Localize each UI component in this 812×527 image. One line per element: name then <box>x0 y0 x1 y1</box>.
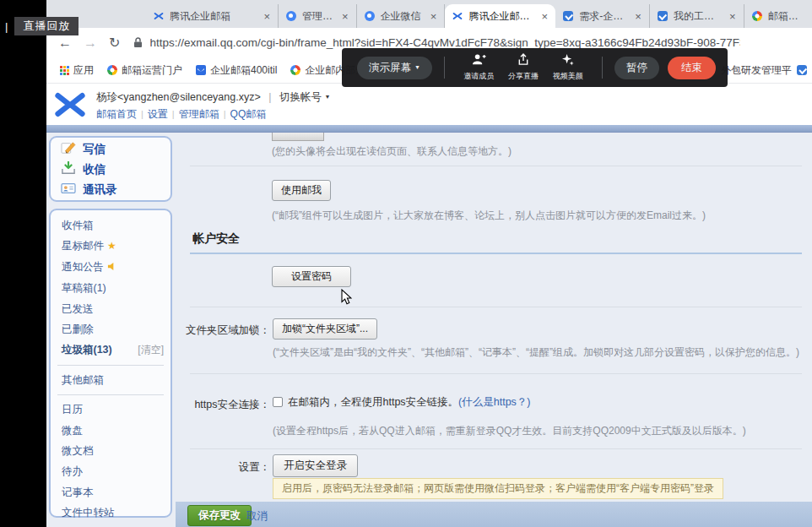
sidebar-item-file-transfer[interactable]: 文件中转站 <box>51 503 171 523</box>
end-button[interactable]: 结束 <box>668 57 716 79</box>
set-password-button[interactable]: 设置密码 <box>272 266 351 287</box>
wecom-icon <box>364 10 376 22</box>
section-divider <box>190 448 802 449</box>
sidebar-item-sent[interactable]: 已发送 <box>51 299 171 319</box>
sidebar-item-calendar[interactable]: 日历 <box>51 399 171 420</box>
tab-close-icon[interactable]: × <box>263 10 271 23</box>
reload-button[interactable]: ↻ <box>109 35 120 51</box>
url-text[interactable]: https://exmail.qq.com/cgi-bin/frame_html… <box>149 36 740 49</box>
header-divider-band <box>46 125 812 133</box>
live-replay-badge: | 直播回放 <box>5 17 78 35</box>
tab-exmail-1[interactable]: 腾讯企业邮箱 × <box>146 4 279 28</box>
compose-contacts[interactable]: 通讯录 <box>51 180 171 200</box>
separator: | <box>137 109 148 119</box>
tapd-icon <box>797 65 807 75</box>
link-settings[interactable]: 设置 <box>148 108 168 120</box>
tab-close-icon[interactable]: × <box>634 10 642 23</box>
separator: | <box>219 109 230 119</box>
https-note: (设置全程https后，若从QQ进入邮箱，需重新登录QQ才生效。目前支持QQ20… <box>273 424 746 438</box>
forward-button[interactable]: → <box>84 35 97 51</box>
bookmark-mail-portal[interactable]: 邮箱运营门户 <box>107 63 182 78</box>
section-divider <box>190 307 802 307</box>
section-title-account-security: 帐户安全 <box>192 231 240 247</box>
partial-avatar-button[interactable] <box>272 133 324 141</box>
compose-receive-mail[interactable]: 收信 <box>51 160 171 180</box>
tab-tapd-requirement[interactable]: 需求-企业邮箱-TA × <box>555 4 650 28</box>
lock-icon <box>133 37 143 48</box>
share-live-button[interactable]: 分享直播 <box>501 53 546 82</box>
tab-portal[interactable]: 邮箱运营门 <box>744 4 812 28</box>
enable-secure-login-button[interactable]: 开启安全登录 <box>273 454 358 477</box>
separator: | <box>168 109 179 119</box>
speaker-icon <box>107 262 116 274</box>
tab-admin-activation[interactable]: 管理员下发激活 × <box>279 4 357 28</box>
sidebar-divider <box>57 394 164 395</box>
tab-label: 管理员下发激活 <box>302 9 336 24</box>
wecom-icon <box>285 10 297 22</box>
bookmark-label: 外包研发管理平 <box>721 63 792 78</box>
tab-close-icon[interactable]: × <box>430 10 438 23</box>
compose-write-mail[interactable]: 写信 <box>51 139 171 160</box>
invite-members-button[interactable]: 邀请成员 <box>457 53 501 82</box>
sidebar-item-drafts[interactable]: 草稿箱(1) <box>51 278 171 298</box>
what-is-https-link[interactable]: (什么是https？) <box>458 396 530 408</box>
switch-account-link[interactable]: 切换帐号 <box>279 91 322 103</box>
save-changes-button[interactable]: 保存更改 <box>187 505 252 526</box>
invite-person-icon <box>472 53 486 69</box>
link-qq-mail[interactable]: QQ邮箱 <box>230 108 267 120</box>
sidebar-item-other-mailboxes[interactable]: 其他邮箱 <box>51 370 171 390</box>
sidebar-item-notes[interactable]: 记事本 <box>51 482 171 503</box>
tab-close-icon[interactable]: × <box>341 10 349 23</box>
screen-share-toolbar: 演示屏幕▼ 邀请成员 分享直播 视频美颜 暂停 结束 <box>342 48 728 87</box>
pause-button[interactable]: 暂停 <box>614 57 659 79</box>
apps-grid-icon <box>60 66 69 75</box>
sidebar-item-inbox[interactable]: 收件箱 <box>51 215 171 236</box>
tab-label: 腾讯企业邮箱 <box>170 9 257 24</box>
bookmark-label: 邮箱运营门户 <box>122 63 182 78</box>
tab-label: 需求-企业邮箱-TA <box>579 9 629 24</box>
avatar-note: (您的头像将会出现在读信页面、联系人信息等地方。) <box>272 144 512 159</box>
compose-label: 写信 <box>83 142 106 157</box>
bookmark-exmail-400[interactable]: 企业邮箱400itil <box>196 63 277 78</box>
tab-wecom[interactable]: 企业微信 × <box>357 4 446 28</box>
inbox-download-icon <box>61 161 76 178</box>
compose-label: 通讯录 <box>83 182 117 198</box>
apps-shortcut[interactable]: 应用 <box>60 63 94 78</box>
sidebar-item-deleted[interactable]: 已删除 <box>51 319 171 340</box>
tab-tapd-workbench[interactable]: 我的工作台 - TAP × <box>650 4 744 28</box>
tab-exmail-active[interactable]: 腾讯企业邮箱 - 常 × <box>445 4 555 28</box>
sidebar-item-weidocs[interactable]: 微文档 <box>51 441 171 461</box>
portal-icon <box>107 65 117 75</box>
footer-bar: 保存更改 取消 <box>176 502 812 527</box>
video-beauty-button[interactable]: 视频美颜 <box>545 53 590 82</box>
https-checkbox[interactable] <box>273 397 283 407</box>
link-mail-home[interactable]: 邮箱首页 <box>96 108 137 120</box>
link-manage-mail[interactable]: 管理邮箱 <box>179 108 219 120</box>
back-button[interactable]: ← <box>58 35 72 51</box>
tapd-icon <box>562 10 574 22</box>
bookmark-outsourcing-platform[interactable]: 外包研发管理平 <box>721 63 807 78</box>
sidebar-item-todo[interactable]: 待办 <box>51 461 171 481</box>
folder-lock-label: 文件夹区域加锁： <box>177 323 270 338</box>
sidebar-item-starred[interactable]: 星标邮件★ <box>51 236 171 256</box>
account-line: 杨珍<yangzhen@silenceyang.xyz> | 切换帐号 ▼ <box>96 90 330 105</box>
cancel-link[interactable]: 取消 <box>246 509 268 524</box>
share-upload-icon <box>517 53 530 69</box>
replay-bar: | <box>5 20 8 33</box>
star-icon: ★ <box>107 240 116 252</box>
sidebar-item-spam[interactable]: [清空]垃圾箱(13) <box>51 340 171 360</box>
folder-lock-button[interactable]: 加锁“文件夹区域”... <box>273 318 377 340</box>
present-screen-button[interactable]: 演示屏幕▼ <box>357 57 432 79</box>
sidebar-item-weidrive[interactable]: 微盘 <box>51 421 171 441</box>
sparkle-icon <box>561 53 575 69</box>
empty-spam-link[interactable]: [清空] <box>138 340 164 360</box>
chevron-down-icon: ▼ <box>414 64 420 70</box>
tab-strip: 腾讯企业邮箱 × 管理员下发激活 × 企业微信 × 腾讯企业邮箱 - 常 × <box>146 0 812 28</box>
tab-label: 腾讯企业邮箱 - 常 <box>468 9 535 24</box>
use-mailme-button[interactable]: 使用邮我 <box>272 180 331 201</box>
sidebar-item-announcements[interactable]: 通知公告 <box>51 257 171 278</box>
tab-bar: 腾讯企业邮箱 × 管理员下发激活 × 企业微信 × 腾讯企业邮箱 - 常 × <box>46 0 812 28</box>
tapd-icon <box>657 10 669 22</box>
tab-close-icon[interactable]: × <box>728 10 737 23</box>
tab-close-icon[interactable]: × <box>541 10 549 23</box>
